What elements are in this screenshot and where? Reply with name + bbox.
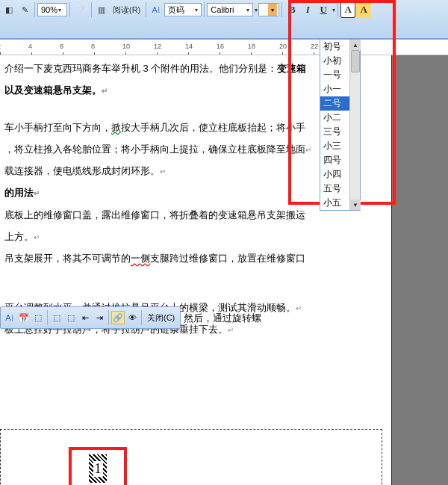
footer-hide-icon[interactable]: 👁 [125, 311, 139, 324]
read-mode-button[interactable]: 阅读(R) [110, 1, 143, 18]
page-number-highlight: 1 [69, 447, 127, 485]
footer-pagecode-icon[interactable]: A⁞ [3, 311, 16, 324]
help-icon[interactable]: ❔ [72, 1, 89, 18]
font-size-dropdown[interactable]: 初号小初一号小一二号小二三号小三四号小四五号小五 ▲ ▼ [320, 39, 361, 211]
italic-button[interactable]: I [300, 1, 315, 18]
page-footer-toolbar: A⁞ 📅 ⬚ ⬚ ⬚ ⇤ ⇥ 🔗 👁 关闭(C) [0, 306, 181, 329]
ruler-tick: 8 [94, 40, 125, 55]
ruler-tick: 12 [157, 40, 188, 55]
main-toolbar: ◧ ✎ 90%▾ ❔ ▥ 阅读(R) A⁞ 页码▾ Calibri▾ ▾ ▾ B… [0, 0, 448, 39]
ruler-tick: 16 [220, 40, 251, 55]
footer-nav-2-icon[interactable]: ⬚ [64, 311, 78, 324]
ruler-tick: 10 [125, 40, 157, 55]
footer-format-icon[interactable]: ⬚ [31, 311, 45, 324]
zoom-select[interactable]: 90%▾ [37, 3, 67, 16]
font-name-select[interactable]: Calibri▾ [207, 3, 253, 16]
format-icon[interactable]: A⁞ [149, 1, 164, 18]
scroll-down-arrow[interactable]: ▼ [350, 200, 361, 210]
footer-next-icon[interactable]: ⇥ [93, 311, 106, 324]
horizontal-ruler[interactable]: 24681012141618202224 [0, 39, 448, 55]
ruler-tick: 2 [0, 40, 31, 55]
pagecode-select[interactable]: 页码▾ [164, 3, 202, 16]
page-number-field[interactable]: 1 [89, 454, 107, 483]
page-footer-boundary [0, 429, 382, 485]
char-border-button[interactable]: A [340, 1, 355, 18]
underline-button[interactable]: U [316, 1, 331, 18]
footer-close-button[interactable]: 关闭(C) [144, 312, 178, 324]
scroll-thumb[interactable] [351, 50, 360, 72]
ruler-tick: 20 [282, 40, 314, 55]
footer-nav-1-icon[interactable]: ⬚ [50, 311, 63, 324]
dropdown-scrollbar[interactable]: ▲ ▼ [349, 40, 360, 210]
font-name-extra-arrow[interactable]: ▾ [255, 7, 258, 13]
font-size-select[interactable]: ▾ [258, 3, 279, 16]
ruler-tick: 6 [63, 40, 94, 55]
char-shading-button[interactable]: A [356, 1, 371, 18]
footer-date-icon[interactable]: 📅 [17, 311, 31, 324]
read-mode-icon[interactable]: ▥ [94, 1, 109, 18]
ruler-tick: 18 [251, 40, 282, 55]
ruler-tick: 14 [188, 40, 220, 55]
tool-icon-2[interactable]: ✎ [17, 1, 32, 18]
footer-prev-icon[interactable]: ⇤ [78, 311, 92, 324]
scroll-up-arrow[interactable]: ▲ [350, 40, 361, 50]
document-text-fragment: 然后，通过旋转螺 [184, 308, 261, 328]
font-size-dropdown-arrow[interactable]: ▾ [268, 4, 277, 16]
footer-link-icon[interactable]: 🔗 [111, 311, 125, 324]
right-margin-area [391, 55, 448, 485]
bold-button[interactable]: B [284, 1, 299, 18]
ruler-tick: 4 [31, 40, 63, 55]
tool-icon-1[interactable]: ◧ [1, 1, 16, 18]
